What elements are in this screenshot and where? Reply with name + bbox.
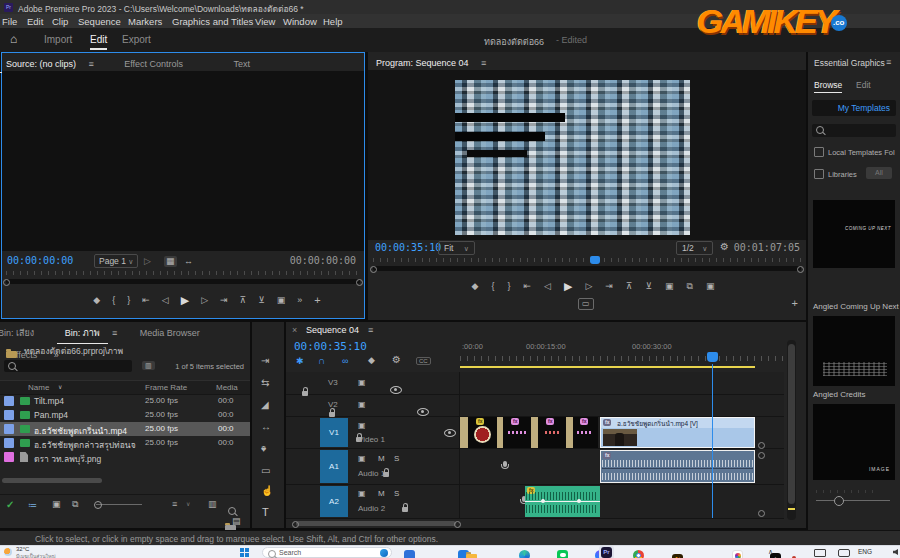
timeline-hscrollbar[interactable] xyxy=(296,521,456,526)
type-tool[interactable]: T xyxy=(262,506,269,518)
hand-tool[interactable]: ☝ xyxy=(261,486,273,496)
bin-hscrollbar[interactable] xyxy=(2,478,102,483)
sort-chevron-icon[interactable]: ∨ xyxy=(58,384,62,390)
clip-title-3[interactable]: fx xyxy=(573,417,598,448)
clip-selected-video[interactable]: fx อ.ธวัชชัยพูดเกริ่นนำ.mp4 [V] xyxy=(600,417,755,448)
timeline-vscrollbar[interactable] xyxy=(787,340,796,520)
menu-help[interactable]: Help xyxy=(323,16,343,27)
solo-button[interactable]: S xyxy=(394,454,399,463)
export-frame-icon[interactable]: ▣ xyxy=(277,296,286,305)
bin-search-input[interactable] xyxy=(4,360,132,372)
lock-icon[interactable] xyxy=(302,391,308,396)
tab-edit-graphics[interactable]: Edit xyxy=(856,80,871,90)
bin-row-tilt[interactable]: Tilt.mp4 25.00 fps 00:0 xyxy=(0,394,250,408)
program-playhead[interactable] xyxy=(590,256,600,264)
export-frame-icon[interactable]: ▣ xyxy=(665,282,674,291)
menu-graphics-and-titles[interactable]: Graphics and Titles xyxy=(172,16,253,27)
transition-clip[interactable] xyxy=(531,417,538,448)
captions-icon[interactable]: CC xyxy=(416,357,431,365)
lift-icon[interactable]: ⊼ xyxy=(626,282,633,291)
automate-to-sequence-icon[interactable]: ▥ xyxy=(208,500,217,509)
play-icon[interactable]: ▶ xyxy=(181,295,189,306)
multi-camera-icon[interactable]: ▣ xyxy=(706,282,715,291)
track-a2-target[interactable]: A2 xyxy=(320,486,348,517)
sync-lock-icon[interactable]: ▣ xyxy=(358,455,366,463)
clip-music-audio[interactable]: fx xyxy=(525,486,600,517)
template-thumb-angled-credits[interactable] xyxy=(813,316,895,386)
label-chip[interactable] xyxy=(4,424,14,434)
panel-menu-icon[interactable]: ≡ xyxy=(88,59,93,69)
taskbar-search[interactable]: Search xyxy=(262,547,392,558)
more-buttons-icon[interactable]: » xyxy=(297,296,302,305)
add-marker-icon[interactable]: ◆ xyxy=(471,282,478,291)
step-forward-icon[interactable]: ▷ xyxy=(585,282,592,291)
tray-device-icon[interactable] xyxy=(838,549,850,557)
column-media[interactable]: Media xyxy=(216,383,238,392)
menu-clip[interactable]: Clip xyxy=(52,16,68,27)
template-thumb-coming-up-next[interactable]: COMING UP NEXT xyxy=(813,200,895,268)
playhead-marker[interactable] xyxy=(707,352,718,362)
goto-out-icon[interactable]: ⇥ xyxy=(220,296,228,305)
bin-row-selected[interactable]: อ.ธวัชชัยพูดเกริ่นนำ.mp4 25.00 fps 00:0 xyxy=(0,422,250,436)
timeline-ruler[interactable]: :00:00 00:00:15:00 00:00:30:00 xyxy=(460,338,784,366)
track-audio2-name[interactable]: Audio 2 xyxy=(358,504,385,513)
program-scrollbar[interactable] xyxy=(373,266,801,271)
bin-row-pan[interactable]: Pan.mp4 25.00 fps 00:0 xyxy=(0,408,250,422)
illustrator-icon[interactable]: Ai xyxy=(672,554,683,558)
clip-selected-audio[interactable]: fx xyxy=(600,450,755,483)
close-sequence-icon[interactable]: × xyxy=(292,326,297,335)
solo-button[interactable]: S xyxy=(394,489,399,498)
list-view-icon[interactable]: ≔ xyxy=(28,500,37,510)
voiceover-mic-icon[interactable] xyxy=(503,461,507,467)
tab-text[interactable]: Text xyxy=(226,56,259,72)
hscroll-handle-right[interactable] xyxy=(454,521,461,528)
freeform-view-icon[interactable]: ⧉ xyxy=(72,500,78,509)
nest-toggle-icon[interactable]: ✱ xyxy=(296,356,304,366)
slip-tool[interactable]: ↔ xyxy=(261,422,271,432)
mute-button[interactable]: M xyxy=(378,454,385,463)
settings-wrench-icon[interactable]: ⚙ xyxy=(720,242,729,252)
track-audio1-name[interactable]: Audio 1 xyxy=(358,469,385,478)
workspace-tab-edit[interactable]: Edit xyxy=(90,34,107,50)
source-ruler[interactable] xyxy=(6,271,360,275)
workspace-tab-import[interactable]: Import xyxy=(44,34,72,45)
home-icon[interactable]: ⌂ xyxy=(10,32,17,46)
local-templates-checkbox[interactable] xyxy=(814,147,824,157)
thumb-size-slider-knob[interactable] xyxy=(834,496,844,506)
label-chip[interactable] xyxy=(4,452,14,462)
goto-in-icon[interactable]: ⇤ xyxy=(142,296,150,305)
menu-window[interactable]: Window xyxy=(283,16,317,27)
tray-mic-icon[interactable] xyxy=(792,548,796,558)
goto-out-icon[interactable]: ⇥ xyxy=(605,282,613,291)
transition-clip[interactable] xyxy=(460,417,468,448)
menu-view[interactable]: View xyxy=(255,16,275,27)
track-a1-target[interactable]: A1 xyxy=(320,450,348,483)
clip-title-2[interactable]: fx xyxy=(538,417,566,448)
step-back-icon[interactable]: ◁ xyxy=(162,296,169,305)
snap-icon[interactable]: ∩ xyxy=(318,355,325,366)
ripple-edit-tool[interactable]: ⇆ xyxy=(261,378,269,388)
source-timecode[interactable]: 00:00:00:00 xyxy=(7,255,73,266)
clip-keyframe-nav[interactable] xyxy=(758,510,765,517)
tab-bin-sound[interactable]: Bin: เสียง xyxy=(0,323,38,343)
label-chip[interactable] xyxy=(4,410,14,420)
panel-menu-icon[interactable]: ≡ xyxy=(886,58,891,67)
extract-icon[interactable]: ⊻ xyxy=(645,282,652,291)
source-zoom-handle-right[interactable] xyxy=(356,279,363,286)
bin-row-summary-clip[interactable]: อ.ธวัชชัยพูดกล่าวสรุปท่อนจ 25.00 fps 00:… xyxy=(0,436,250,450)
program-resolution-dropdown[interactable]: 1/2 ∨ xyxy=(676,241,713,255)
razor-tool[interactable]: ◢ xyxy=(261,400,269,410)
menu-sequence[interactable]: Sequence xyxy=(78,16,121,27)
tab-browse[interactable]: Browse xyxy=(814,80,842,93)
source-page-dropdown[interactable]: Page 1 ∨ xyxy=(94,254,138,268)
timeline-settings-icon[interactable]: ⚙ xyxy=(392,355,401,365)
bin-row-logo-png[interactable]: ตรา วท.ลพบุรี.png xyxy=(0,450,250,464)
edge-icon[interactable] xyxy=(519,550,530,558)
source-page-next-icon[interactable]: ▷ xyxy=(144,257,151,266)
comparison-view-icon[interactable]: ⧉ xyxy=(687,282,693,291)
panel-menu-icon[interactable]: ≡ xyxy=(112,328,117,338)
transition-clip[interactable] xyxy=(566,417,573,448)
menu-edit[interactable]: Edit xyxy=(27,16,43,27)
source-zoom-handle-left[interactable] xyxy=(3,279,10,286)
photos-icon[interactable] xyxy=(732,550,743,558)
